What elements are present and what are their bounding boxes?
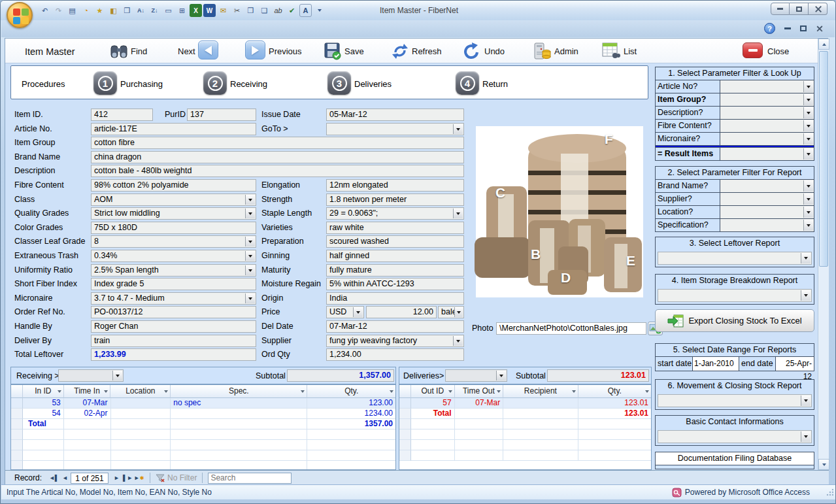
result-items-combobox[interactable] — [720, 148, 814, 160]
first-record-button[interactable]: ◄▌ — [48, 473, 59, 484]
copy-profile-icon[interactable]: ❒ — [121, 4, 133, 17]
col-spec[interactable]: Spec. — [171, 385, 307, 398]
previous-label[interactable]: Previous — [269, 46, 302, 56]
dropdown-button[interactable] — [803, 193, 813, 205]
maximize-button[interactable] — [790, 3, 809, 15]
row-selector-header[interactable] — [11, 385, 23, 398]
movement-report-combobox[interactable] — [658, 394, 812, 407]
purid-field[interactable]: 137 — [187, 109, 256, 121]
previous-button[interactable] — [245, 41, 265, 59]
dropdown-button[interactable] — [803, 81, 813, 92]
dropdown-button[interactable] — [803, 107, 813, 118]
specification-filter-combobox[interactable] — [720, 219, 814, 231]
table-empty-row[interactable] — [399, 440, 651, 450]
supplier-filter-combobox[interactable] — [720, 193, 814, 205]
order-ref-no-field[interactable]: PO-00137/12 — [91, 306, 256, 318]
previous-record-button[interactable]: ◄ — [59, 473, 71, 484]
dropdown-button[interactable] — [801, 290, 811, 301]
description-filter-combobox[interactable] — [720, 107, 814, 119]
brand-name-filter-combobox[interactable] — [720, 180, 814, 192]
table-empty-row[interactable] — [399, 450, 651, 461]
total-leftover-field[interactable]: 1,233.99 — [91, 348, 256, 361]
cut-icon[interactable]: ✂ — [231, 4, 243, 17]
table-empty-row[interactable] — [11, 429, 395, 440]
last-record-button[interactable]: ▌► — [122, 473, 133, 484]
export-word-icon[interactable]: W — [203, 4, 216, 17]
admin-button[interactable]: Admin — [554, 46, 578, 56]
color-grades-field[interactable]: 75D x 180D — [91, 222, 256, 234]
deliveries-table[interactable]: Out ID Time Out Recipient Qty. 57 07-Mar… — [399, 384, 652, 470]
dropdown-button[interactable] — [453, 124, 463, 134]
ord-qty-field[interactable]: 1,234.00 — [326, 348, 464, 361]
price-unit-combobox[interactable]: bale — [438, 306, 464, 318]
undo-icon-large[interactable] — [462, 41, 482, 61]
storage-breakdown-combobox[interactable] — [658, 289, 812, 302]
undo-button[interactable]: Undo — [484, 46, 505, 56]
micronaire-filter-combobox[interactable] — [720, 133, 814, 145]
receiving-subtotal-field[interactable]: 1,357.00 — [287, 369, 394, 382]
dropdown-button[interactable] — [112, 371, 122, 380]
dropdown-button[interactable] — [803, 120, 813, 131]
table-row[interactable]: 54 02-Apr 1234.00 — [11, 409, 395, 419]
resize-grip[interactable] — [826, 489, 833, 497]
table-empty-row[interactable] — [399, 419, 651, 429]
table-row[interactable]: 57 07-Mar 123.01 — [399, 398, 651, 409]
dropdown-button[interactable] — [454, 307, 463, 317]
dropdown-button[interactable] — [245, 209, 255, 218]
dropdown-button[interactable] — [803, 94, 813, 105]
dropdown-button[interactable] — [803, 180, 813, 192]
supplier-combobox[interactable]: fung yip weaving factory — [326, 335, 464, 347]
leftover-report-combobox[interactable] — [658, 252, 812, 265]
binoculars-icon[interactable] — [110, 42, 128, 59]
close-window-button[interactable] — [809, 3, 828, 15]
table-empty-row[interactable] — [11, 461, 395, 470]
deliveries-subtotal-field[interactable]: 123.01 — [547, 369, 649, 382]
maturity-field[interactable]: fully mature — [326, 264, 464, 277]
dropdown-button[interactable] — [496, 371, 506, 380]
dropdown-button[interactable] — [801, 395, 811, 406]
varieties-field[interactable]: raw white — [326, 222, 464, 234]
contact-info-combobox[interactable] — [658, 430, 812, 443]
export-closing-stock-button[interactable]: Export Closing Stock To Excel — [655, 309, 814, 332]
location-filter-combobox[interactable] — [720, 206, 814, 218]
date-time-icon[interactable]: ◔ — [80, 4, 92, 17]
dropdown-button[interactable] — [803, 133, 813, 144]
child-close-icon[interactable] — [816, 25, 823, 32]
price-amount-field[interactable]: 12.00 — [366, 306, 437, 318]
sort-ascending-icon[interactable]: A↓ — [135, 4, 147, 17]
step-purchasing-button[interactable]: 1 — [93, 71, 117, 95]
fibre-content-field[interactable]: 98% cotton 2% polyamide — [91, 179, 256, 192]
del-date-field[interactable]: 07-Mar-12 — [326, 320, 464, 333]
class-combobox[interactable]: AOM — [91, 193, 256, 206]
extraneous-trash-combobox[interactable]: 0.34% — [91, 250, 256, 262]
close-label[interactable]: Close — [767, 46, 789, 56]
table-empty-row[interactable] — [399, 429, 651, 440]
save-icon[interactable] — [324, 42, 342, 60]
deliveries-filter-combobox[interactable] — [445, 369, 507, 382]
key-permissions-icon[interactable]: ◧ — [107, 4, 120, 17]
step-return-label[interactable]: Return — [482, 79, 508, 89]
close-form-button[interactable] — [743, 42, 763, 58]
goto-combobox[interactable] — [326, 123, 464, 135]
ginning-field[interactable]: half ginned — [326, 250, 464, 262]
col-time-out[interactable]: Time Out — [455, 385, 504, 398]
dropdown-button[interactable] — [801, 431, 811, 442]
help-icon[interactable]: ? — [764, 23, 775, 34]
minimize-button[interactable] — [771, 3, 790, 15]
search-input[interactable] — [208, 473, 292, 484]
receiving-filter-combobox[interactable] — [58, 369, 124, 382]
col-recipient[interactable]: Recipient — [503, 385, 578, 398]
save-button[interactable]: Save — [344, 46, 364, 56]
staple-length-combobox[interactable]: 29 = 0.9063"; — [326, 207, 464, 220]
refresh-button[interactable]: Refresh — [412, 46, 442, 56]
copy-icon[interactable]: ❒ — [244, 4, 257, 17]
col-location[interactable]: Location — [110, 385, 171, 398]
strength-field[interactable]: 1.8 netwon per meter — [326, 193, 464, 206]
col-in-id[interactable]: In ID — [23, 385, 64, 398]
dropdown-button[interactable] — [245, 251, 255, 261]
dropdown-button[interactable] — [245, 237, 255, 246]
dropdown-button[interactable] — [803, 148, 813, 160]
quality-grades-combobox[interactable]: Strict low middling — [91, 207, 256, 220]
wizard-icon[interactable]: ★ — [93, 4, 106, 17]
end-date-field[interactable]: 25-Apr-12 — [776, 357, 814, 371]
